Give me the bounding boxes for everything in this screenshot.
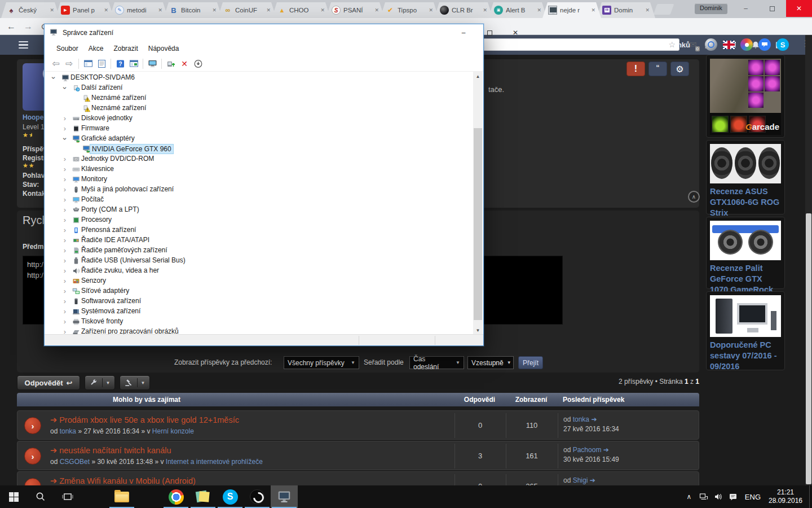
tree-item[interactable]: ›Řadiče IDE ATA/ATAPI [45, 235, 474, 246]
tree-scrollbar-thumb[interactable] [474, 128, 482, 320]
go-button[interactable]: Přejít [518, 356, 543, 369]
tree-item[interactable]: ›Diskové jednotky [45, 113, 474, 124]
chevron-collapsed-icon[interactable]: › [61, 257, 68, 264]
browser-tab[interactable]: metodi✕ [109, 2, 168, 18]
sidebar-card[interactable]: Doporučené PC sestavy 07/2016 - 09/2016 [706, 291, 785, 370]
taskbar-app-chrome[interactable] [162, 485, 189, 508]
skype-extension-icon[interactable] [776, 38, 789, 51]
tree-scrollbar[interactable]: ▲ ▼ [473, 72, 483, 335]
menu-nápověda[interactable]: Nápověda [143, 42, 184, 55]
tree-item[interactable]: ›Systémová zařízení [45, 306, 474, 317]
sidebar-link[interactable]: Recenze ASUS GTX1060-6G ROG Strix [710, 186, 781, 218]
chevron-collapsed-icon[interactable]: › [61, 237, 68, 244]
browser-tab[interactable]: CHOO✕ [272, 2, 330, 18]
browser-menu-button[interactable]: ⋮ [801, 38, 809, 49]
tab-close-icon[interactable]: ✕ [157, 7, 164, 14]
language-indicator[interactable]: ENG [740, 493, 765, 501]
menu-icon[interactable] [19, 39, 32, 51]
tree-item[interactable]: ›Řadiče USB (Universal Serial Bus) [45, 256, 474, 266]
tree-item[interactable]: Neznámé zařízení [45, 93, 474, 103]
goto-post-icon[interactable]: ➔ [601, 446, 608, 454]
browser-tab[interactable]: PSANÍ✕ [326, 2, 385, 18]
taskbar-app-skype[interactable]: S [217, 485, 244, 508]
topic-row[interactable]: ›➔ Prodám xbox live 50e a xbox live gold… [17, 410, 699, 440]
props-toolbar-icon[interactable] [95, 58, 108, 70]
chevron-collapsed-icon[interactable]: › [61, 166, 68, 173]
menu-zobrazit[interactable]: Zobrazit [108, 42, 143, 55]
tree-item[interactable]: ›Jednotky DVD/CD-ROM [45, 154, 474, 164]
tab-close-icon[interactable]: ✕ [427, 7, 434, 14]
sidebar-card[interactable]: Garcade [706, 55, 785, 138]
scroll-to-top-button[interactable]: ∧ [688, 191, 700, 203]
tab-close-icon[interactable]: ✕ [536, 7, 542, 14]
network-icon[interactable] [696, 485, 711, 508]
sidebar-card[interactable]: Recenze Palit GeForce GTX 1070 GameRock [706, 217, 785, 289]
moderator-tools-button[interactable]: ▼ [120, 375, 150, 390]
chevron-collapsed-icon[interactable]: › [61, 176, 68, 183]
chevron-collapsed-icon[interactable]: › [61, 318, 68, 325]
tab-close-icon[interactable]: ✕ [482, 7, 488, 14]
browser-minimize-button[interactable]: – [733, 0, 758, 17]
chevron-down-icon[interactable]: ▼ [102, 378, 111, 387]
last-author-link[interactable]: tonka [573, 415, 589, 423]
browser-profile-badge[interactable]: Dominik [695, 3, 727, 14]
chevron-collapsed-icon[interactable]: › [61, 115, 68, 122]
author-link[interactable]: CSGOBet [60, 458, 90, 466]
tab-close-icon[interactable]: ✕ [590, 7, 597, 14]
forward-icon[interactable]: → [21, 20, 35, 33]
start-button[interactable] [0, 485, 27, 508]
task-view-button[interactable] [54, 485, 81, 508]
gear-button[interactable]: ⚙ [670, 62, 689, 76]
scan-toolbar-icon[interactable] [145, 58, 159, 70]
tree-item[interactable]: ›Klávesnice [45, 164, 474, 174]
back-toolbar-icon[interactable]: ⇦ [49, 58, 63, 70]
chevron-collapsed-icon[interactable]: › [61, 268, 68, 274]
notifications-icon[interactable] [726, 485, 740, 508]
tree-item[interactable]: ›Myši a jiná polohovací zařízení [45, 185, 474, 195]
forward-toolbar-icon[interactable]: ⇨ [63, 58, 76, 70]
tab-close-icon[interactable]: ✕ [103, 7, 109, 14]
update-toolbar-icon[interactable] [164, 58, 178, 70]
new-tab-button[interactable] [654, 4, 674, 15]
tree-item[interactable]: ›Grafické adaptéry [45, 134, 474, 144]
chevron-expanded-icon[interactable]: › [61, 135, 68, 142]
device-manager-titlebar[interactable]: Správce zařízení [45, 24, 483, 41]
tree-item[interactable]: ›Procesory [45, 215, 474, 225]
browser-tab[interactable]: Alert B✕ [488, 2, 547, 18]
tab-close-icon[interactable]: ✕ [48, 7, 55, 14]
browser-tab[interactable]: Bitcoin✕ [164, 2, 222, 18]
scrollbar-thumb[interactable] [806, 213, 811, 484]
show-desktop-button[interactable] [809, 485, 812, 508]
taskbar-app-devmgr[interactable] [271, 485, 298, 508]
compass-extension-icon[interactable] [705, 38, 717, 51]
panel2-toolbar-icon[interactable] [127, 58, 140, 70]
tree-item[interactable]: ›?Další zařízení [45, 83, 474, 93]
tree-item[interactable]: ›Tiskové fronty [45, 317, 474, 327]
tab-close-icon[interactable]: ✕ [265, 7, 272, 14]
menu-soubor[interactable]: Soubor [51, 42, 83, 55]
messenger-extension-icon[interactable] [758, 38, 771, 51]
topic-title[interactable]: ➔ neustále načítaní twitch kanálu [50, 446, 171, 455]
author-link[interactable]: tonka [60, 427, 76, 435]
taskbar-search-button[interactable] [27, 485, 54, 508]
tab-close-icon[interactable]: ✕ [211, 7, 218, 14]
chevron-collapsed-icon[interactable]: › [61, 207, 68, 213]
disable-toolbar-icon[interactable] [191, 58, 205, 70]
dm-minimize-button[interactable]: – [451, 24, 476, 41]
tree-item[interactable]: ›Porty (COM a LPT) [45, 205, 474, 215]
chevron-collapsed-icon[interactable]: › [61, 196, 68, 203]
quote-button[interactable]: “ [648, 62, 667, 76]
topic-title[interactable]: ➔ Prodám xbox live 50e a xbox live gold … [50, 415, 239, 424]
chevron-expanded-icon[interactable]: › [61, 85, 68, 91]
profile-username[interactable]: Hoope [23, 113, 43, 121]
palette-extension-icon[interactable] [740, 38, 753, 51]
scroll-up-icon[interactable]: ▲ [473, 72, 483, 81]
topic-row[interactable]: ›➔ Změna Wifi kanálu v Mobilu (Android)0… [17, 471, 699, 485]
tab-close-icon[interactable]: ✕ [319, 7, 326, 14]
chevron-collapsed-icon[interactable]: › [61, 278, 68, 284]
chevron-collapsed-icon[interactable]: › [61, 247, 68, 254]
menu-akce[interactable]: Akce [83, 42, 109, 55]
last-author-link[interactable]: Pachoom [573, 446, 602, 454]
sidebar-card[interactable]: Recenze ASUS GTX1060-6G ROG Strix [706, 140, 785, 214]
chevron-collapsed-icon[interactable]: › [61, 288, 68, 295]
